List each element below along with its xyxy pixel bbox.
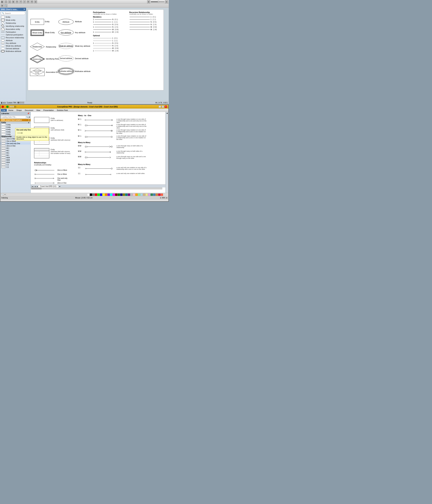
search-go-btn[interactable]: 🔍 — [26, 116, 28, 118]
color-yellow[interactable] — [103, 194, 105, 196]
sidebar-item-derived-attr[interactable]: Derived attribute — [0, 47, 26, 50]
sidebar-item-identifying-rel[interactable]: Identifying relationship — [0, 25, 26, 28]
next-page-btn[interactable]: ► — [37, 186, 38, 188]
minimize-btn[interactable] — [4, 106, 6, 108]
search-box[interactable]: 🔍 — [1, 12, 25, 15]
right-panel-label[interactable]: ▶ — [166, 113, 168, 114]
sidebar-item-assoc-entity[interactable]: Associative entity — [0, 28, 26, 31]
toolbar-icon-4[interactable]: ⊞ — [12, 0, 15, 3]
sidebar-item-recursive-rel[interactable]: Recursive relationship — [0, 36, 26, 39]
color-gray[interactable] — [92, 194, 95, 196]
color-white[interactable] — [87, 194, 90, 196]
toolbar-icon-9[interactable]: ⟲ — [30, 0, 33, 3]
color-khaki[interactable] — [145, 194, 148, 196]
color-black[interactable] — [90, 194, 92, 196]
multivalue-attr-shape[interactable]: Multivalue attribute — [58, 68, 74, 74]
color-blue[interactable] — [100, 194, 102, 196]
color-orange[interactable] — [105, 194, 107, 196]
color-dark-purple[interactable] — [128, 194, 130, 196]
color-amber[interactable] — [135, 194, 138, 196]
lib-add-btn[interactable]: ⊞ — [29, 116, 30, 118]
tb-icon-2[interactable] — [11, 106, 12, 108]
color-plum[interactable] — [148, 194, 150, 196]
close-btn[interactable] — [2, 106, 4, 108]
menu-file[interactable]: File — [1, 109, 7, 112]
color-navy[interactable] — [120, 194, 122, 196]
canvas-tb-icon-1[interactable]: 🔍 — [1, 194, 3, 196]
color-light-green[interactable] — [138, 194, 140, 196]
entity-shape[interactable]: Entity — [30, 19, 44, 25]
menu-solution-park[interactable]: Solution Park — [55, 109, 69, 112]
color-green[interactable] — [97, 194, 100, 196]
lib-11-1[interactable]: 1:1 — [0, 163, 30, 166]
color-tan[interactable] — [143, 194, 145, 196]
tb-icon-3[interactable] — [13, 106, 14, 108]
sidebar-item-attribute[interactable]: Attribute — [0, 39, 26, 42]
lib-mm-2[interactable]: M:M — [0, 159, 30, 161]
color-steel-blue[interactable] — [153, 194, 155, 196]
attribute-shape[interactable]: Attribute — [58, 19, 74, 25]
entity-section-header[interactable]: Entity ▲ — [0, 121, 30, 124]
cf-entity-1[interactable] — [34, 117, 49, 123]
color-peru[interactable] — [156, 194, 158, 196]
lib-mm-1[interactable]: M:M — [0, 156, 30, 159]
toolbar-icon-7[interactable]: ⤢ — [23, 0, 26, 3]
lib-zero-or-one[interactable]: Zero or One — [0, 145, 30, 147]
close-window-btn[interactable]: ✕ — [165, 106, 167, 108]
lib-m1-2[interactable]: M:1 — [0, 149, 30, 152]
zoom-in-icon[interactable]: ⊕ — [147, 0, 150, 3]
menu-home[interactable]: Home — [7, 109, 15, 112]
lib-one-and-only-one[interactable]: One and only One — [0, 142, 30, 145]
toolbar-icon-10[interactable]: ⊡ — [34, 0, 37, 3]
zoom-in-btn[interactable]: ⊕ — [166, 197, 167, 199]
color-cyan[interactable] — [110, 194, 113, 196]
derived-attr-shape[interactable]: Derived attribute — [58, 55, 74, 61]
color-silver[interactable] — [130, 194, 133, 196]
crow-foot-tab[interactable]: Crow's foot ERD (1/1) — [38, 185, 58, 188]
color-crimson[interactable] — [158, 194, 160, 196]
prev-page-btn[interactable]: ◄ — [34, 186, 36, 188]
sidebar-close[interactable]: ✕ — [23, 8, 25, 10]
next-btn[interactable] — [5, 102, 6, 104]
sidebar-item-weak-key-attr[interactable]: Weak key attribute — [0, 45, 26, 47]
toolbar-icon-1[interactable]: ◧ — [1, 0, 4, 3]
lib-mm-3[interactable]: M:M — [0, 161, 30, 163]
tb-icon-1[interactable] — [9, 106, 11, 108]
toolbar-icon-2[interactable]: ▭ — [4, 0, 7, 3]
canvas-tb-icon-2[interactable]: ⊞ — [4, 194, 6, 196]
relationship-shape[interactable]: Relationship — [30, 43, 45, 51]
key-attr-shape[interactable]: Key attribute — [58, 29, 74, 36]
libraries-pin[interactable]: 📌 — [27, 112, 29, 115]
color-magenta[interactable] — [113, 194, 115, 196]
first-page-btn[interactable]: |◄ — [31, 186, 34, 188]
sidebar-item-participation[interactable]: Participation — [0, 31, 26, 33]
add-page-btn[interactable]: ▼ — [59, 186, 61, 188]
scrollbar-thumb[interactable] — [31, 188, 41, 189]
lib-category-close[interactable]: ✕ — [28, 119, 29, 121]
menu-view[interactable]: View — [35, 109, 42, 112]
color-tomato[interactable] — [161, 194, 163, 196]
sidebar-item-weak-entity[interactable]: Weak entity — [0, 18, 26, 22]
sidebar-item-multivalue-attr[interactable]: Multivalue attribute — [0, 50, 26, 53]
color-pink[interactable] — [133, 194, 135, 196]
cf-entity-4[interactable] — [34, 148, 49, 158]
search-input[interactable] — [5, 12, 20, 14]
toolbar-icon-3[interactable]: ◻ — [8, 0, 11, 3]
prev-btn[interactable] — [3, 102, 4, 104]
color-dark-green[interactable] — [118, 194, 120, 196]
lib-m1-3[interactable]: M:1 — [0, 152, 30, 154]
sidebar-item-entity[interactable]: Entity — [0, 16, 26, 18]
color-teal[interactable] — [125, 194, 128, 196]
assoc-entity-shape[interactable]: Associative Entity — [30, 68, 45, 76]
magnify-icon[interactable]: 🔍 — [4, 4, 7, 7]
lib-entity-2[interactable]: Entity — [0, 126, 30, 128]
color-maroon[interactable] — [115, 194, 117, 196]
toolbar-icon-5[interactable]: ✦ — [16, 0, 19, 3]
color-light-blue[interactable] — [141, 194, 143, 196]
menu-document[interactable]: Document — [23, 109, 35, 112]
bottom-canvas[interactable]: Entity(with no attributes) Entity(with a… — [31, 112, 165, 193]
lib-m1-4[interactable]: M:1 — [0, 154, 30, 156]
zoom-out-btn[interactable]: ⊖ — [160, 197, 161, 199]
zoom-out-icon[interactable]: ⊖ — [165, 0, 168, 3]
minimize-window-btn[interactable]: _ — [159, 106, 161, 108]
